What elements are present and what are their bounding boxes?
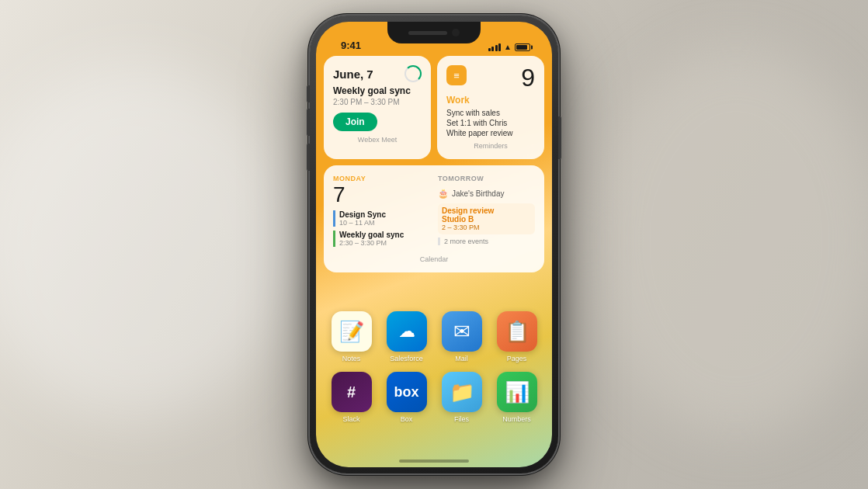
speaker-grille — [408, 31, 447, 35]
salesforce-icon: ☁ — [387, 311, 427, 352]
signal-icon — [488, 43, 502, 51]
battery-icon — [515, 43, 530, 51]
reminders-footer: Reminders — [446, 142, 535, 150]
app-numbers[interactable]: 📊 Numbers — [497, 372, 537, 423]
bg-blur-right — [589, 47, 868, 435]
cal-event-time-2: 2:30 – 3:30 PM — [339, 239, 430, 247]
cal-event-title-1: Design Sync — [339, 210, 430, 219]
webex-header: June, 7 — [333, 65, 422, 82]
join-button[interactable]: Join — [333, 113, 377, 131]
reminders-widget[interactable]: ≡ 9 Work Sync with sales Set 1:1 with Ch… — [437, 56, 544, 159]
slack-icon: # — [332, 372, 372, 412]
cal-event-design-review: Design review Studio B 2 – 3:30 PM — [438, 203, 535, 234]
reminders-header: ≡ 9 — [446, 65, 535, 90]
pages-label: Pages — [507, 355, 527, 362]
home-indicator[interactable] — [399, 460, 469, 463]
signal-bar-1 — [488, 48, 491, 51]
app-pages[interactable]: 📋 Pages — [497, 311, 537, 362]
app-grid: 📝 Notes ☁ Salesforce ✉ Mail 📋 Pages — [324, 311, 544, 432]
reminders-count: 9 — [521, 65, 535, 90]
webex-footer: Webex Meet — [333, 136, 422, 144]
webex-progress-circle — [404, 65, 422, 82]
app-row-1: 📝 Notes ☁ Salesforce ✉ Mail 📋 Pages — [324, 311, 544, 362]
mute-button[interactable] — [307, 85, 310, 102]
calendar-footer: Calendar — [333, 255, 535, 263]
box-icon: box — [387, 372, 427, 412]
cal-event-subtitle-3: Studio B — [442, 215, 531, 224]
webex-event-title: Weekly goal sync — [333, 85, 422, 96]
pages-icon: 📋 — [497, 311, 537, 352]
front-camera — [452, 29, 460, 36]
webex-event-time: 2:30 PM – 3:30 PM — [333, 98, 422, 106]
app-mail[interactable]: ✉ Mail — [442, 311, 482, 362]
signal-bar-2 — [491, 47, 494, 51]
reminders-app-icon: ≡ — [446, 65, 467, 85]
salesforce-label: Salesforce — [390, 355, 423, 362]
calendar-widget[interactable]: MONDAY 7 Design Sync 10 – 11 AM Weekly g… — [324, 165, 544, 272]
phone: 9:41 ▲ June, 7 — [310, 16, 558, 473]
cal-event-weekly-sync: Weekly goal sync 2:30 – 3:30 PM — [333, 231, 430, 247]
status-icons: ▲ — [488, 43, 530, 51]
reminders-icon-badge: ≡ — [446, 65, 467, 85]
calendar-monday: MONDAY 7 Design Sync 10 – 11 AM Weekly g… — [333, 175, 430, 251]
birthday-icon: 🎂 — [438, 189, 449, 199]
app-notes[interactable]: 📝 Notes — [332, 311, 372, 362]
slack-label: Slack — [342, 415, 359, 423]
reminders-category: Work — [446, 95, 535, 106]
phone-screen: 9:41 ▲ June, 7 — [316, 22, 552, 467]
calendar-columns: MONDAY 7 Design Sync 10 – 11 AM Weekly g… — [333, 175, 535, 251]
mail-label: Mail — [455, 355, 468, 362]
cal-event-design-sync: Design Sync 10 – 11 AM — [333, 210, 430, 227]
birthday-text: Jake's Birthday — [452, 189, 505, 198]
app-row-2: # Slack box Box 📁 Files 📊 Numbers — [324, 372, 544, 423]
signal-bar-3 — [495, 45, 498, 51]
calendar-tomorrow: TOMORROW 🎂 Jake's Birthday Design review… — [438, 175, 535, 251]
power-button[interactable] — [558, 116, 561, 159]
widgets-area: June, 7 Weekly goal sync 2:30 PM – 3:30 … — [324, 56, 544, 272]
widget-row-1: June, 7 Weekly goal sync 2:30 PM – 3:30 … — [324, 56, 544, 159]
app-slack[interactable]: # Slack — [332, 372, 372, 423]
tomorrow-label: TOMORROW — [438, 175, 535, 182]
notes-icon: 📝 — [332, 311, 372, 352]
app-box[interactable]: box Box — [387, 372, 427, 423]
monday-label: MONDAY — [333, 175, 430, 182]
files-label: Files — [454, 415, 469, 423]
notch — [387, 22, 481, 43]
cal-more-events: 2 more events — [438, 238, 535, 245]
volume-down-button[interactable] — [307, 144, 310, 171]
cal-event-title-2: Weekly goal sync — [339, 231, 430, 239]
birthday-row: 🎂 Jake's Birthday — [438, 189, 535, 199]
numbers-icon: 📊 — [497, 372, 537, 412]
notes-label: Notes — [342, 355, 361, 362]
reminder-item-3: White paper review — [446, 129, 535, 137]
monday-day: 7 — [333, 184, 430, 206]
webex-widget[interactable]: June, 7 Weekly goal sync 2:30 PM – 3:30 … — [324, 56, 431, 159]
numbers-label: Numbers — [502, 415, 531, 423]
box-label: Box — [401, 415, 413, 423]
app-salesforce[interactable]: ☁ Salesforce — [387, 311, 427, 362]
signal-bar-4 — [498, 43, 501, 51]
reminder-item-2: Set 1:1 with Chris — [446, 119, 535, 127]
mail-icon: ✉ — [442, 311, 482, 352]
battery-fill — [516, 45, 527, 50]
cal-event-time-3: 2 – 3:30 PM — [442, 224, 531, 231]
status-time: 9:41 — [341, 40, 361, 51]
files-icon: 📁 — [442, 372, 482, 412]
webex-date: June, 7 — [333, 68, 373, 81]
volume-up-button[interactable] — [307, 109, 310, 136]
cal-event-title-3: Design review — [442, 206, 531, 215]
reminder-item-1: Sync with sales — [446, 109, 535, 117]
wifi-icon: ▲ — [504, 43, 512, 51]
cal-event-time-1: 10 – 11 AM — [339, 219, 430, 227]
app-files[interactable]: 📁 Files — [442, 372, 482, 423]
